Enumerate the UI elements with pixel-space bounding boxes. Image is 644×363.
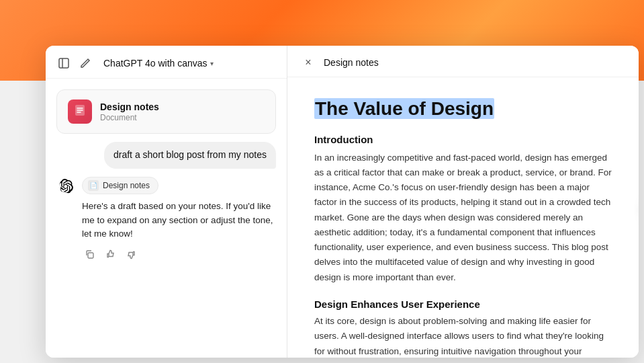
- assistant-response: 📄 Design notes Here's a draft based on y…: [56, 177, 276, 264]
- document-heading-selected-text: The Value of Design: [314, 98, 494, 119]
- svg-rect-0: [59, 58, 68, 68]
- user-message-text: draft a short blog post from my notes: [113, 149, 267, 160]
- feedback-row: [82, 248, 276, 263]
- model-name: ChatGPT 4o with canvas: [103, 58, 208, 69]
- card-text: Design notes Document: [100, 102, 159, 122]
- edit-icon[interactable]: [78, 56, 93, 71]
- document-heading: The Value of Design: [314, 97, 612, 120]
- user-message-bubble: draft a short blog post from my notes: [104, 142, 276, 169]
- section2-paragraph: At its core, design is about problem-sol…: [314, 314, 612, 358]
- sidebar-toggle-icon[interactable]: [56, 56, 71, 71]
- assistant-avatar: [56, 177, 75, 196]
- svg-rect-3: [88, 253, 93, 258]
- assistant-content: 📄 Design notes Here's a draft based on y…: [82, 177, 276, 264]
- thumbs-down-button[interactable]: [124, 248, 139, 263]
- intro-section-title: Introduction: [314, 134, 612, 145]
- design-notes-attachment-card[interactable]: Design notes Document: [56, 89, 276, 134]
- design-notes-ref-pill[interactable]: 📄 Design notes: [82, 177, 158, 194]
- right-panel: × Design notes The Value of Design make …: [287, 46, 639, 358]
- card-title: Design notes: [100, 102, 159, 112]
- main-window: ChatGPT 4o with canvas ▾ Design notes: [46, 46, 639, 358]
- left-panel: ChatGPT 4o with canvas ▾ Design notes: [46, 46, 287, 358]
- left-header: ChatGPT 4o with canvas ▾: [46, 46, 287, 79]
- thumbs-up-button[interactable]: [103, 248, 118, 263]
- model-selector[interactable]: ChatGPT 4o with canvas ▾: [99, 55, 218, 71]
- copy-button[interactable]: [82, 248, 97, 263]
- ref-pill-label: Design notes: [103, 181, 150, 190]
- assistant-response-text: Here's a draft based on your notes. If y…: [82, 200, 276, 242]
- doc-icon-wrapper: [68, 99, 92, 124]
- intro-paragraph: In an increasingly competitive and fast-…: [314, 151, 612, 285]
- ref-pill-doc-icon: 📄: [88, 180, 99, 191]
- chevron-down-icon: ▾: [210, 60, 214, 67]
- right-panel-title: Design notes: [324, 57, 379, 68]
- section2-title: Design Enhances User Experience: [314, 298, 612, 310]
- document-content: The Value of Design make it more creativ…: [287, 77, 639, 358]
- chat-area: Design notes Document draft a short blog…: [46, 79, 287, 358]
- close-button[interactable]: ×: [301, 55, 316, 70]
- card-subtitle: Document: [100, 113, 159, 122]
- right-header: × Design notes: [287, 46, 639, 77]
- document-icon: [73, 104, 87, 120]
